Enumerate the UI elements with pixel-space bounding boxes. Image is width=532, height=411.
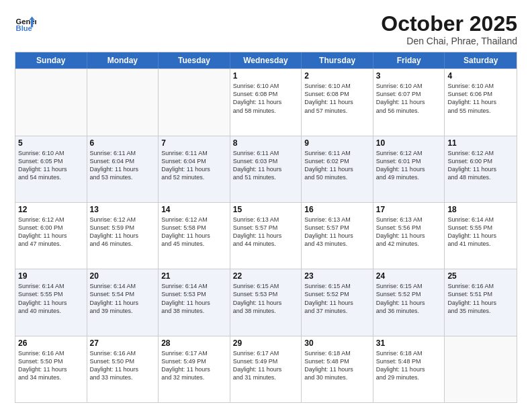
cell-line: and 34 minutes. xyxy=(18,373,84,381)
calendar-cell: 27Sunrise: 6:16 AMSunset: 5:50 PMDayligh… xyxy=(87,336,159,402)
cell-line: Sunset: 5:50 PM xyxy=(90,357,156,365)
cell-line: Daylight: 11 hours xyxy=(304,365,370,373)
cell-line: Sunrise: 6:11 AM xyxy=(233,149,299,157)
cell-line: Sunrise: 6:12 AM xyxy=(90,216,156,224)
cell-line: Daylight: 11 hours xyxy=(376,165,442,173)
calendar-cell: 30Sunrise: 6:18 AMSunset: 5:48 PMDayligh… xyxy=(302,336,373,402)
day-number: 11 xyxy=(447,138,514,148)
cell-line: Daylight: 11 hours xyxy=(304,232,370,240)
day-number: 17 xyxy=(376,205,442,214)
cell-line: Sunset: 6:02 PM xyxy=(304,157,370,165)
calendar-grid: SundayMondayTuesdayWednesdayThursdayFrid… xyxy=(15,52,517,403)
cell-line: and 44 minutes. xyxy=(233,240,299,248)
svg-text:Blue: Blue xyxy=(16,24,32,32)
calendar-cell: 15Sunrise: 6:13 AMSunset: 5:57 PMDayligh… xyxy=(230,203,302,269)
cell-line: Daylight: 11 hours xyxy=(161,299,227,307)
calendar-cell: 18Sunrise: 6:14 AMSunset: 5:55 PMDayligh… xyxy=(445,203,517,269)
weekday-header: Sunday xyxy=(15,52,87,68)
day-number: 19 xyxy=(18,271,84,281)
cell-line: Daylight: 11 hours xyxy=(304,98,370,106)
cell-line: Sunset: 5:55 PM xyxy=(447,224,514,232)
cell-line: Daylight: 11 hours xyxy=(161,165,227,173)
cell-line: Sunset: 6:00 PM xyxy=(447,157,514,165)
cell-line: Sunset: 6:03 PM xyxy=(233,157,299,165)
cell-line: Sunrise: 6:11 AM xyxy=(90,149,156,157)
day-number: 9 xyxy=(304,138,370,148)
cell-line: Sunrise: 6:15 AM xyxy=(304,282,370,290)
cell-line: Sunrise: 6:17 AM xyxy=(161,349,227,357)
calendar-cell xyxy=(15,69,87,135)
cell-line: Sunrise: 6:18 AM xyxy=(376,349,442,357)
cell-line: Daylight: 11 hours xyxy=(18,365,84,373)
cell-line: and 37 minutes. xyxy=(304,307,370,315)
day-number: 1 xyxy=(233,71,299,81)
cell-line: Sunrise: 6:14 AM xyxy=(161,282,227,290)
cell-line: Sunset: 5:57 PM xyxy=(233,224,299,232)
cell-line: Sunrise: 6:16 AM xyxy=(90,349,156,357)
calendar-cell xyxy=(159,69,230,135)
day-number: 2 xyxy=(304,71,370,81)
cell-line: Daylight: 11 hours xyxy=(90,232,156,240)
calendar-cell: 6Sunrise: 6:11 AMSunset: 6:04 PMDaylight… xyxy=(87,136,159,202)
cell-line: Sunrise: 6:12 AM xyxy=(161,216,227,224)
cell-line: Sunrise: 6:18 AM xyxy=(304,349,370,357)
cell-line: Sunset: 5:55 PM xyxy=(18,290,84,298)
calendar-cell: 5Sunrise: 6:10 AMSunset: 6:05 PMDaylight… xyxy=(15,136,87,202)
cell-line: Sunset: 6:06 PM xyxy=(447,90,514,98)
calendar-row: 19Sunrise: 6:14 AMSunset: 5:55 PMDayligh… xyxy=(15,269,517,335)
calendar-cell: 14Sunrise: 6:12 AMSunset: 5:58 PMDayligh… xyxy=(159,203,230,269)
calendar-cell: 10Sunrise: 6:12 AMSunset: 6:01 PMDayligh… xyxy=(373,136,445,202)
location: Den Chai, Phrae, Thailand xyxy=(381,36,517,46)
calendar-cell: 11Sunrise: 6:12 AMSunset: 6:00 PMDayligh… xyxy=(445,136,517,202)
cell-line: and 43 minutes. xyxy=(304,240,370,248)
calendar-cell xyxy=(445,336,517,402)
day-number: 6 xyxy=(90,138,156,148)
cell-line: and 40 minutes. xyxy=(18,307,84,315)
header: General Blue October 2025 Den Chai, Phra… xyxy=(15,12,517,46)
cell-line: and 48 minutes. xyxy=(447,173,514,181)
cell-line: Sunrise: 6:13 AM xyxy=(233,216,299,224)
calendar-cell: 9Sunrise: 6:11 AMSunset: 6:02 PMDaylight… xyxy=(302,136,373,202)
day-number: 25 xyxy=(447,271,514,281)
cell-line: Sunset: 5:48 PM xyxy=(376,357,442,365)
month-title: October 2025 xyxy=(381,12,517,36)
day-number: 18 xyxy=(447,205,514,214)
day-number: 24 xyxy=(376,271,442,281)
cell-line: Sunrise: 6:13 AM xyxy=(304,216,370,224)
cell-line: Sunrise: 6:12 AM xyxy=(447,149,514,157)
cell-line: and 46 minutes. xyxy=(90,240,156,248)
weekday-header: Saturday xyxy=(445,52,517,68)
weekday-header: Wednesday xyxy=(230,52,302,68)
cell-line: Daylight: 11 hours xyxy=(18,299,84,307)
cell-line: and 38 minutes. xyxy=(161,307,227,315)
day-number: 3 xyxy=(376,71,442,81)
cell-line: Sunrise: 6:10 AM xyxy=(18,149,84,157)
calendar-cell: 26Sunrise: 6:16 AMSunset: 5:50 PMDayligh… xyxy=(15,336,87,402)
calendar-header: SundayMondayTuesdayWednesdayThursdayFrid… xyxy=(15,52,517,68)
cell-line: and 57 minutes. xyxy=(304,107,370,115)
day-number: 31 xyxy=(376,338,442,348)
day-number: 4 xyxy=(447,71,514,81)
cell-line: and 58 minutes. xyxy=(233,107,299,115)
cell-line: Sunset: 6:04 PM xyxy=(90,157,156,165)
day-number: 22 xyxy=(233,271,299,281)
cell-line: and 45 minutes. xyxy=(161,240,227,248)
cell-line: Daylight: 11 hours xyxy=(233,98,299,106)
cell-line: and 49 minutes. xyxy=(376,173,442,181)
cell-line: Sunrise: 6:15 AM xyxy=(233,282,299,290)
cell-line: Daylight: 11 hours xyxy=(376,365,442,373)
cell-line: and 33 minutes. xyxy=(90,373,156,381)
cell-line: Sunset: 5:52 PM xyxy=(304,290,370,298)
cell-line: Sunrise: 6:14 AM xyxy=(447,216,514,224)
calendar-cell: 1Sunrise: 6:10 AMSunset: 6:08 PMDaylight… xyxy=(230,69,302,135)
calendar-page: General Blue October 2025 Den Chai, Phra… xyxy=(0,0,532,411)
calendar-cell: 24Sunrise: 6:15 AMSunset: 5:52 PMDayligh… xyxy=(373,269,445,335)
day-number: 23 xyxy=(304,271,370,281)
cell-line: Sunrise: 6:16 AM xyxy=(18,349,84,357)
weekday-header: Tuesday xyxy=(159,52,230,68)
calendar-row: 1Sunrise: 6:10 AMSunset: 6:08 PMDaylight… xyxy=(15,68,517,135)
cell-line: Sunset: 5:48 PM xyxy=(304,357,370,365)
day-number: 28 xyxy=(161,338,227,348)
day-number: 5 xyxy=(18,138,84,148)
calendar-cell: 25Sunrise: 6:16 AMSunset: 5:51 PMDayligh… xyxy=(445,269,517,335)
